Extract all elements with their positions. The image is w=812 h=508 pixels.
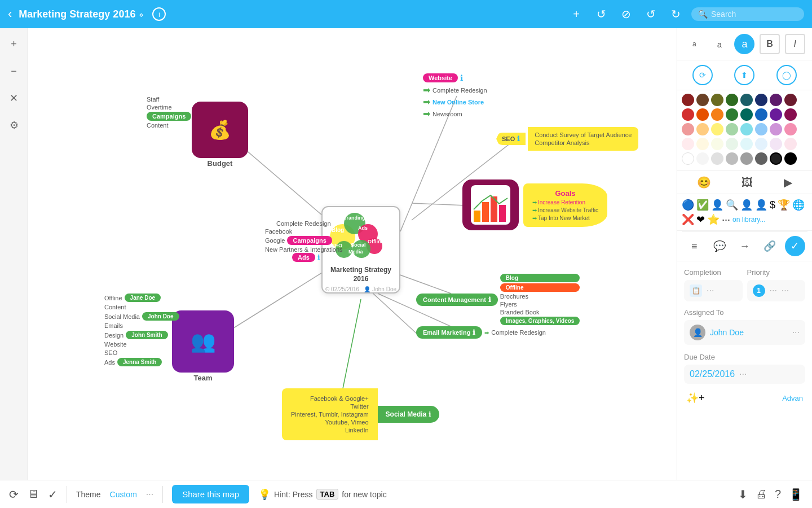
- color-swatch[interactable]: [784, 94, 797, 106]
- image-button[interactable]: 🖼: [742, 176, 753, 189]
- stop-button[interactable]: ⊘: [617, 5, 635, 23]
- color-swatch[interactable]: [740, 152, 753, 165]
- color-swatch[interactable]: [755, 108, 767, 121]
- refresh-button[interactable]: ↺: [592, 5, 610, 23]
- color-swatch[interactable]: [770, 123, 782, 135]
- sticker-search[interactable]: 🔍: [726, 199, 738, 211]
- color-swatch[interactable]: [784, 152, 797, 165]
- text-style-large[interactable]: a: [734, 34, 754, 54]
- color-swatch[interactable]: [682, 138, 694, 150]
- add-button[interactable]: +: [567, 5, 585, 23]
- color-swatch[interactable]: [755, 94, 767, 106]
- sticker-person3[interactable]: 👤: [755, 199, 767, 211]
- sticker-more[interactable]: ···: [722, 214, 730, 226]
- sticker-trophy[interactable]: 🏆: [778, 199, 790, 211]
- color-swatch[interactable]: [696, 94, 709, 106]
- color-swatch[interactable]: [770, 94, 782, 106]
- color-swatch[interactable]: [740, 123, 753, 135]
- history-icon[interactable]: ⟳: [9, 488, 19, 501]
- color-swatch[interactable]: [726, 123, 738, 135]
- color-swatch[interactable]: [784, 108, 797, 121]
- search-input[interactable]: [711, 10, 797, 19]
- custom-theme[interactable]: Custom: [110, 490, 137, 499]
- color-swatch-selected[interactable]: [770, 152, 782, 165]
- color-swatch[interactable]: [682, 152, 694, 165]
- print-icon[interactable]: 🖨: [756, 488, 767, 501]
- arrow-action[interactable]: →: [734, 236, 754, 256]
- color-swatch[interactable]: [755, 152, 767, 165]
- text-style-italic[interactable]: I: [785, 34, 805, 54]
- browse-library-link[interactable]: on library...: [732, 216, 765, 224]
- color-swatch[interactable]: [784, 138, 797, 150]
- zoom-in-button[interactable]: +: [5, 35, 23, 53]
- text-style-medium[interactable]: a: [709, 34, 730, 54]
- color-swatch[interactable]: [711, 152, 723, 165]
- menu-action[interactable]: ≡: [684, 236, 704, 256]
- emoji-button[interactable]: 😊: [697, 176, 711, 189]
- upload-shape[interactable]: ⬆: [734, 65, 754, 85]
- color-swatch[interactable]: [682, 108, 694, 121]
- theme-dots[interactable]: ···: [146, 489, 153, 500]
- monitor-icon[interactable]: 🖥: [28, 488, 39, 501]
- check-icon[interactable]: ✓: [48, 488, 58, 501]
- team-node[interactable]: 👥 Team OfflineJane Doe Content Social Me…: [172, 310, 234, 382]
- color-swatch[interactable]: [696, 152, 709, 165]
- crosshair-button[interactable]: ✕: [5, 89, 23, 107]
- color-swatch[interactable]: [711, 94, 723, 106]
- title-caret[interactable]: ⬦: [139, 10, 143, 19]
- sticker-blue[interactable]: 🔵: [682, 199, 694, 211]
- color-swatch[interactable]: [696, 138, 709, 150]
- priority-more[interactable]: ···: [782, 286, 789, 296]
- due-date-dots[interactable]: ···: [739, 369, 747, 379]
- priority-dots[interactable]: ···: [770, 286, 777, 296]
- color-swatch[interactable]: [711, 108, 723, 121]
- redo-button[interactable]: ↻: [667, 5, 685, 23]
- color-swatch[interactable]: [696, 108, 709, 121]
- color-swatch[interactable]: [711, 123, 723, 135]
- goals-node[interactable]: Goals ➡Increase Retention ➡Increase Webs…: [462, 179, 607, 230]
- comment-action[interactable]: 💬: [709, 236, 730, 256]
- seo-node[interactable]: SEO ℹ Conduct Survey of Target Audience …: [496, 127, 638, 151]
- color-swatch[interactable]: [726, 108, 738, 121]
- sticker-person2[interactable]: 👤: [740, 199, 753, 211]
- sticker-check[interactable]: ✅: [696, 199, 709, 211]
- sticker-dollar[interactable]: $: [770, 199, 775, 211]
- undo-button[interactable]: ↺: [642, 5, 660, 23]
- social-media-node[interactable]: Facebook & Google+ Twitter Pinterest, Tu…: [282, 388, 439, 440]
- sticker-person[interactable]: 👤: [711, 199, 723, 211]
- budget-node[interactable]: 💰 Budget Staff Overtime Campaigns Conten…: [192, 102, 248, 168]
- text-style-bold[interactable]: B: [760, 34, 780, 54]
- website-node[interactable]: Website ℹ ➡Complete Redesign ➡New Online…: [423, 73, 487, 119]
- back-button[interactable]: ‹: [8, 7, 12, 21]
- circle-shape[interactable]: ◯: [776, 65, 797, 85]
- sticker-star[interactable]: ⭐: [707, 213, 720, 226]
- color-swatch[interactable]: [740, 108, 753, 121]
- help-icon[interactable]: ?: [775, 488, 781, 501]
- download-icon[interactable]: ⬇: [738, 488, 748, 501]
- info-button[interactable]: i: [152, 7, 166, 21]
- color-swatch[interactable]: [770, 138, 782, 150]
- color-swatch[interactable]: [682, 123, 694, 135]
- video-button[interactable]: ▶: [784, 176, 792, 189]
- phone-icon[interactable]: 📱: [789, 488, 803, 501]
- color-swatch[interactable]: [711, 138, 723, 150]
- color-swatch[interactable]: [696, 123, 709, 135]
- settings-button[interactable]: ⚙: [5, 116, 23, 134]
- confirm-action[interactable]: ✓: [785, 236, 805, 256]
- assigned-dots[interactable]: ···: [792, 327, 800, 338]
- magic-button[interactable]: ✨+: [686, 392, 705, 404]
- text-style-small[interactable]: a: [684, 34, 704, 54]
- completion-dots[interactable]: ···: [707, 286, 714, 296]
- color-swatch[interactable]: [682, 94, 694, 106]
- color-swatch[interactable]: [726, 94, 738, 106]
- email-marketing-node[interactable]: Email Marketing ℹ ➡ Complete Redesign: [416, 326, 546, 339]
- color-swatch[interactable]: [770, 108, 782, 121]
- color-swatch[interactable]: [755, 123, 767, 135]
- advanced-link[interactable]: Advan: [782, 394, 803, 402]
- color-swatch[interactable]: [784, 123, 797, 135]
- color-swatch[interactable]: [740, 94, 753, 106]
- sticker-x[interactable]: ❌: [682, 213, 694, 226]
- color-swatch[interactable]: [755, 138, 767, 150]
- ads-node[interactable]: Ads ℹ: [292, 236, 320, 262]
- share-button[interactable]: Share this map: [172, 485, 249, 503]
